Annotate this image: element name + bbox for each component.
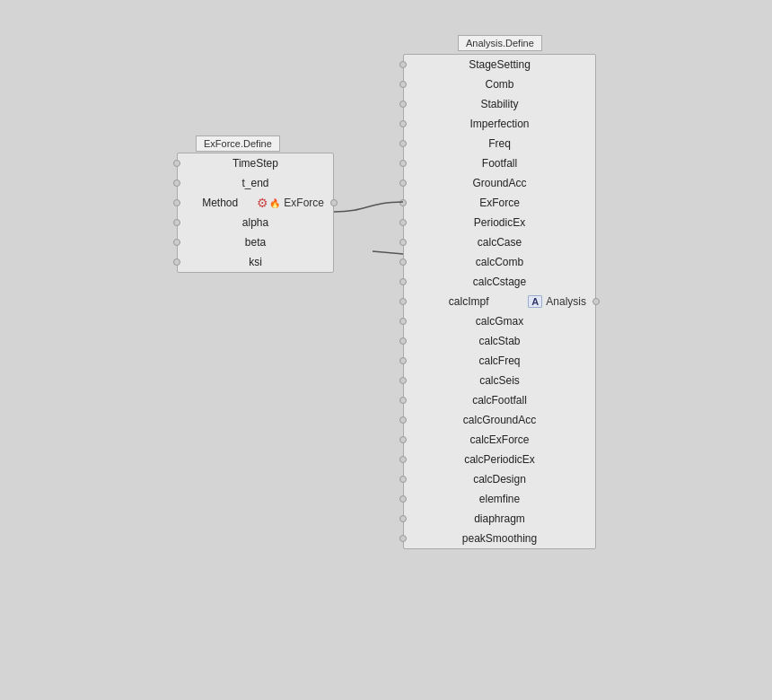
port-exforce-right[interactable] (330, 199, 338, 206)
port-calcdesign-left[interactable] (399, 476, 407, 483)
port-beta-left[interactable] (173, 239, 180, 246)
analysis-label-stagesetting: StageSetting (413, 58, 586, 71)
analysis-row-calcexforce: calcExForce (404, 430, 595, 450)
analysis-row-calccstage: calcCstage (404, 272, 595, 292)
analysis-a-icon: A (528, 295, 542, 308)
analysis-row-peaksmoothing: peakSmoothing (404, 529, 595, 548)
exforce-define-node: ExForce.Define TimeStep t_end Method ⚙ 🔥… (177, 153, 334, 273)
analysis-label-elemfine: elemfine (413, 493, 586, 505)
port-calcimpf-left[interactable] (399, 298, 407, 305)
analysis-label-diaphragm: diaphragm (413, 512, 586, 525)
analysis-row-calcfootfall: calcFootfall (404, 390, 595, 410)
port-calcgmax-left[interactable] (399, 318, 407, 325)
exforce-inline-label: ExForce (284, 197, 324, 209)
analysis-label-calccase: calcCase (413, 236, 586, 249)
exforce-label-timestep: TimeStep (187, 157, 324, 170)
analysis-row-calcstab: calcStab (404, 331, 595, 351)
port-calccase-left[interactable] (399, 239, 407, 246)
exforce-label-tend: t_end (187, 177, 324, 189)
analysis-label-freq: Freq (413, 137, 586, 150)
exforce-label-beta: beta (187, 236, 324, 249)
port-calcfootfall-left[interactable] (399, 397, 407, 404)
analysis-row-groundacc: GroundAcc (404, 173, 595, 193)
analysis-label-stability: Stability (413, 98, 586, 110)
port-stability-left[interactable] (399, 101, 407, 108)
analysis-row-comb: Comb (404, 74, 595, 94)
port-freq-left[interactable] (399, 140, 407, 147)
analysis-inline-label: Analysis (546, 295, 586, 308)
port-calcstab-left[interactable] (399, 337, 407, 345)
port-stagesetting-left[interactable] (399, 61, 407, 68)
port-calcperiodicex-left[interactable] (399, 456, 407, 463)
analysis-row-calccomb: calcComb (404, 252, 595, 272)
connection-exforce-to-analysis (334, 202, 403, 212)
exforce-gear-icon: ⚙ (257, 196, 268, 210)
port-footfall-left[interactable] (399, 160, 407, 167)
analysis-label-calcperiodicex: calcPeriodicEx (413, 453, 586, 466)
port-calccstage-left[interactable] (399, 278, 407, 285)
port-imperfection-left[interactable] (399, 120, 407, 127)
analysis-label-calcimpf: calcImpf (413, 295, 524, 308)
port-alpha-left[interactable] (173, 219, 180, 226)
port-ksi-left[interactable] (173, 258, 180, 266)
analysis-row-calcperiodicex: calcPeriodicEx (404, 450, 595, 469)
analysis-label-groundacc: GroundAcc (413, 177, 586, 189)
exforce-row-ksi: ksi (178, 252, 333, 272)
port-calccomb-left[interactable] (399, 258, 407, 266)
port-tend-left[interactable] (173, 179, 180, 187)
port-calcexforce-left[interactable] (399, 436, 407, 443)
port-peaksmoothing-left[interactable] (399, 535, 407, 542)
analysis-label-calcseis: calcSeis (413, 374, 586, 387)
exforce-row-timestep: TimeStep (178, 153, 333, 173)
analysis-label-calccstage: calcCstage (413, 276, 586, 288)
analysis-label-imperfection: Imperfection (413, 118, 586, 130)
analysis-row-elemfine: elemfine (404, 489, 595, 509)
exforce-label-alpha: alpha (187, 216, 324, 229)
analysis-row-calcfreq: calcFreq (404, 351, 595, 371)
port-elemfine-left[interactable] (399, 495, 407, 503)
analysis-row-exforce: ExForce (404, 193, 595, 213)
analysis-label-footfall: Footfall (413, 157, 586, 170)
exforce-row-alpha: alpha (178, 213, 333, 232)
analysis-label-periodicex: PeriodicEx (413, 216, 586, 229)
analysis-define-label: Analysis.Define (458, 35, 542, 51)
analysis-label-comb: Comb (413, 78, 586, 91)
analysis-label-calcstab: calcStab (413, 335, 586, 347)
port-groundacc-left[interactable] (399, 179, 407, 187)
analysis-row-calcgroundacc: calcGroundAcc (404, 410, 595, 430)
analysis-row-calccase: calcCase (404, 232, 595, 252)
analysis-row-stability: Stability (404, 94, 595, 114)
exforce-row-method: Method ⚙ 🔥 ExForce (178, 193, 333, 213)
analysis-label-calcgroundacc: calcGroundAcc (413, 414, 586, 426)
analysis-row-calcseis: calcSeis (404, 371, 595, 390)
port-analysis-right[interactable] (592, 298, 600, 305)
analysis-row-calcdesign: calcDesign (404, 469, 595, 489)
port-method-left[interactable] (173, 199, 180, 206)
port-periodicex-left[interactable] (399, 219, 407, 226)
port-timestep-left[interactable] (173, 160, 180, 167)
port-calcgroundacc-left[interactable] (399, 416, 407, 424)
exforce-label-method: Method (187, 197, 253, 209)
port-calcfreq-left[interactable] (399, 357, 407, 364)
analysis-row-diaphragm: diaphragm (404, 509, 595, 529)
svg-line-0 (373, 251, 403, 254)
analysis-label-calcexforce: calcExForce (413, 433, 586, 446)
analysis-label-calcdesign: calcDesign (413, 473, 586, 486)
port-exforce-analysis-left[interactable] (399, 199, 407, 206)
exforce-row-beta: beta (178, 232, 333, 252)
port-comb-left[interactable] (399, 81, 407, 88)
exforce-row-tend: t_end (178, 173, 333, 193)
analysis-label-calcgmax: calcGmax (413, 315, 586, 328)
analysis-define-node: Analysis.Define StageSetting Comb Stabil… (403, 54, 596, 549)
analysis-row-freq: Freq (404, 134, 595, 153)
analysis-label-exforce: ExForce (413, 197, 586, 209)
analysis-row-footfall: Footfall (404, 153, 595, 173)
port-calcseis-left[interactable] (399, 377, 407, 384)
analysis-row-imperfection: Imperfection (404, 114, 595, 134)
analysis-row-stagesetting: StageSetting (404, 55, 595, 74)
port-diaphragm-left[interactable] (399, 515, 407, 522)
analysis-row-calcgmax: calcGmax (404, 311, 595, 331)
analysis-label-peaksmoothing: peakSmoothing (413, 532, 586, 545)
exforce-define-label: ExForce.Define (196, 136, 280, 152)
analysis-label-calcfreq: calcFreq (413, 354, 586, 367)
